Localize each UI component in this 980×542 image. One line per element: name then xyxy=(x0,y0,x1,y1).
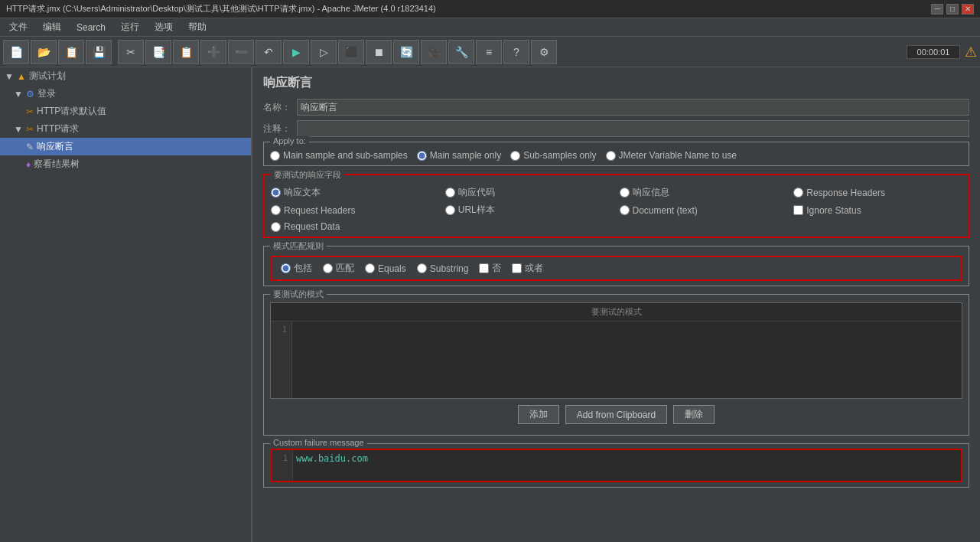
pattern-rule-section: 模式匹配规则 包括 匹配 Equals Substring xyxy=(263,246,969,286)
check-not[interactable]: 否 xyxy=(479,262,501,275)
http-request-icon: ✂ xyxy=(26,124,34,135)
toolbar-cut[interactable]: ✂ xyxy=(118,40,144,64)
menu-options[interactable]: 选项 xyxy=(148,19,179,35)
menu-edit[interactable]: 编辑 xyxy=(37,19,67,35)
radio-document[interactable]: Document (text) xyxy=(620,204,788,217)
sidebar-item-httpdefault[interactable]: ✂ HTTP请求默认值 xyxy=(0,103,251,120)
radio-response-text[interactable]: 响应文本 xyxy=(271,186,439,199)
menu-search[interactable]: Search xyxy=(70,21,112,34)
sidebar-item-login[interactable]: ▼ ⚙ 登录 xyxy=(0,85,251,103)
radio-jmeter-var[interactable]: JMeter Variable Name to use xyxy=(606,150,737,161)
toolbar-question[interactable]: ? xyxy=(503,40,529,64)
pattern-box-header: 要测试的模式 xyxy=(271,303,962,322)
comment-row: 注释： xyxy=(263,120,969,137)
toolbar-copy[interactable]: 📑 xyxy=(145,40,171,64)
http-default-icon: ✂ xyxy=(26,106,34,117)
pattern-editor-box: 要测试的模式 1 xyxy=(270,302,962,399)
radio-response-headers[interactable]: Response Headers xyxy=(793,186,962,199)
toolbar-add[interactable]: ➕ xyxy=(200,40,226,64)
toolbar-close[interactable]: 📋 xyxy=(58,40,84,64)
btn-row: 添加 Add from Clipboard 删除 xyxy=(270,405,962,424)
name-row: 名称： xyxy=(263,99,969,116)
sidebar-item-testplan[interactable]: ▼ ▲ 测试计划 xyxy=(0,67,251,85)
delete-button[interactable]: 删除 xyxy=(673,405,715,424)
menu-file[interactable]: 文件 xyxy=(3,19,34,35)
radio-request-headers[interactable]: Request Headers xyxy=(271,204,439,217)
radio-substring[interactable]: Substring xyxy=(417,263,469,274)
panel-title: 响应断言 xyxy=(263,75,969,91)
radio-main-and-sub[interactable]: Main sample and sub-samples xyxy=(270,150,408,161)
pattern-textarea[interactable] xyxy=(292,322,962,398)
sidebar-item-assertion[interactable]: ✎ 响应断言 xyxy=(0,138,251,155)
add-button[interactable]: 添加 xyxy=(518,405,559,424)
toolbar-move-up[interactable]: ↶ xyxy=(256,40,282,64)
toolbar-new[interactable]: 📄 xyxy=(3,40,29,64)
maximize-button[interactable]: □ xyxy=(946,4,959,15)
custom-msg-line: 1 xyxy=(272,450,293,481)
menu-run[interactable]: 运行 xyxy=(115,19,145,35)
radio-sub-only[interactable]: Sub-samples only xyxy=(510,150,596,161)
sidebar-item-label: 察看结果树 xyxy=(34,158,80,171)
toolbar-agent[interactable]: ⚙ xyxy=(531,40,557,64)
test-pattern-section: 要测试的模式 要测试的模式 1 添加 Add from Clipboard 删除 xyxy=(263,294,969,436)
sidebar-item-httprequest[interactable]: ▼ ✂ HTTP请求 xyxy=(0,120,251,138)
toolbar-remove[interactable]: ➖ xyxy=(228,40,254,64)
comment-input[interactable] xyxy=(297,120,969,137)
toolbar-refresh[interactable]: 🔄 xyxy=(393,40,419,64)
toolbar-open[interactable]: 📂 xyxy=(31,40,57,64)
radio-match[interactable]: 匹配 xyxy=(323,262,354,275)
comment-label: 注释： xyxy=(263,122,294,136)
sidebar-item-label: HTTP请求 xyxy=(37,122,79,136)
menu-help[interactable]: 帮助 xyxy=(182,19,213,35)
radio-response-info[interactable]: 响应信息 xyxy=(620,186,788,199)
radio-url-sample[interactable]: URL样本 xyxy=(445,204,614,217)
sidebar-item-label: 登录 xyxy=(37,87,56,100)
toolbar: 📄 📂 📋 💾 ✂ 📑 📋 ➕ ➖ ↶ ▶ ▷ ⬛ ⏹ 🔄 🎥 🔧 ≡ ? ⚙ … xyxy=(0,37,980,67)
toolbar-play[interactable]: ▶ xyxy=(283,40,309,64)
testplan-icon: ▲ xyxy=(17,71,26,82)
close-button[interactable]: ✕ xyxy=(962,4,974,15)
radio-contains[interactable]: 包括 xyxy=(281,262,312,275)
check-or[interactable]: 或者 xyxy=(512,262,543,275)
result-tree-icon: ♦ xyxy=(26,159,31,170)
title-text: HTTP请求.jmx (C:\Users\Administrator\Deskt… xyxy=(6,3,436,15)
assertion-icon: ✎ xyxy=(26,142,34,152)
custom-msg-textarea[interactable]: www.baidu.com xyxy=(293,450,961,481)
radio-equals[interactable]: Equals xyxy=(365,263,406,274)
toolbar-stop-all[interactable]: ⏹ xyxy=(366,40,392,64)
field-options-section: 要测试的响应字段 响应文本 响应代码 响应信息 Response Headers xyxy=(263,174,969,238)
sidebar: ▼ ▲ 测试计划 ▼ ⚙ 登录 ✂ HTTP请求默认值 ▼ ✂ HTTP请求 ✎… xyxy=(0,67,252,542)
main-layout: ▼ ▲ 测试计划 ▼ ⚙ 登录 ✂ HTTP请求默认值 ▼ ✂ HTTP请求 ✎… xyxy=(0,67,980,542)
pattern-editor: 1 xyxy=(271,322,962,398)
toolbar-save[interactable]: 💾 xyxy=(86,40,112,64)
radio-request-data[interactable]: Request Data xyxy=(271,221,439,232)
arrow-icon: ▼ xyxy=(14,124,23,135)
warn-icon: ⚠ xyxy=(965,44,977,60)
minimize-button[interactable]: ─ xyxy=(931,4,943,15)
field-options-label: 要测试的响应字段 xyxy=(271,169,344,181)
toolbar-test[interactable]: 🔧 xyxy=(448,40,474,64)
line-number: 1 xyxy=(271,322,292,398)
radio-main-only[interactable]: Main sample only xyxy=(417,150,501,161)
sidebar-item-label: 测试计划 xyxy=(29,70,66,83)
sidebar-item-label: HTTP请求默认值 xyxy=(37,105,106,118)
pattern-rule-label: 模式匹配规则 xyxy=(270,240,327,252)
toolbar-camera[interactable]: 🎥 xyxy=(421,40,447,64)
custom-msg-label: Custom failure message xyxy=(270,438,367,447)
arrow-icon: ▼ xyxy=(5,71,14,82)
titlebar: HTTP请求.jmx (C:\Users\Administrator\Deskt… xyxy=(0,0,980,18)
toolbar-stop[interactable]: ⬛ xyxy=(338,40,364,64)
sidebar-item-resulttree[interactable]: ♦ 察看结果树 xyxy=(0,155,251,173)
name-input[interactable] xyxy=(297,99,969,116)
right-panel: 响应断言 名称： 注释： Apply to: Main sample and s… xyxy=(252,67,980,542)
custom-msg-editor: 1 www.baidu.com xyxy=(270,449,962,482)
toolbar-paste[interactable]: 📋 xyxy=(173,40,199,64)
window-controls: ─ □ ✕ xyxy=(931,4,974,15)
toolbar-play-no-pause[interactable]: ▷ xyxy=(311,40,337,64)
add-clipboard-button[interactable]: Add from Clipboard xyxy=(565,405,667,424)
check-ignore-status[interactable]: Ignore Status xyxy=(793,204,962,217)
radio-response-code[interactable]: 响应代码 xyxy=(445,186,614,199)
gear-icon: ⚙ xyxy=(26,89,34,100)
test-pattern-label: 要测试的模式 xyxy=(270,289,327,300)
toolbar-list[interactable]: ≡ xyxy=(476,40,502,64)
